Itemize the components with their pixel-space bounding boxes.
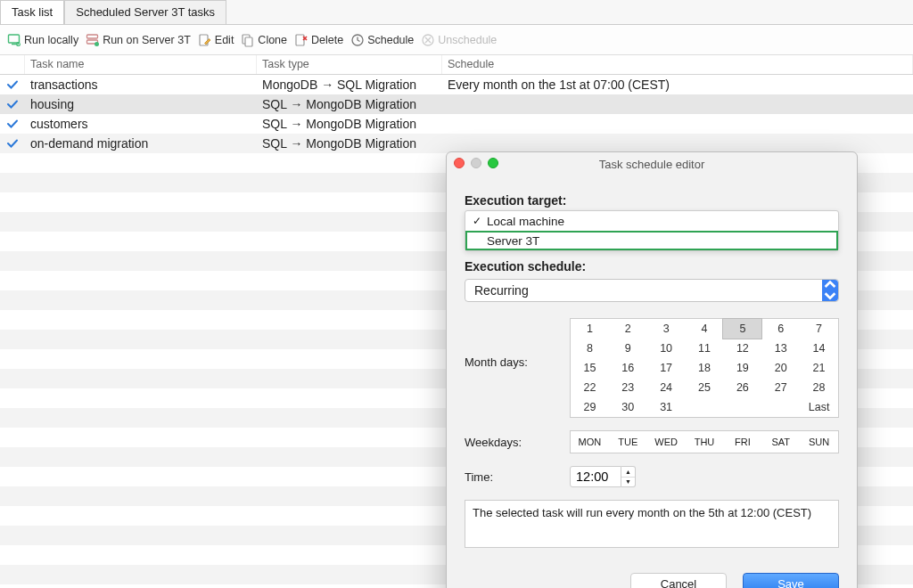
execution-target-label: Execution target: [465, 193, 839, 208]
weekday-cell[interactable]: FRI [723, 431, 761, 453]
time-stepper[interactable]: ▲ ▼ [621, 466, 636, 487]
col-type[interactable]: Task type [257, 55, 442, 74]
clone-button[interactable]: Clone [241, 33, 287, 47]
clock-icon [350, 33, 365, 47]
svg-rect-9 [296, 35, 304, 45]
svg-point-5 [95, 42, 99, 46]
schedule-type-select[interactable]: Recurring [465, 279, 839, 302]
month-day-empty [723, 397, 761, 417]
month-day-cell[interactable]: 8 [571, 339, 609, 358]
tab-task-list[interactable]: Task list [0, 0, 64, 24]
month-day-cell[interactable]: 15 [571, 358, 609, 378]
month-day-cell[interactable]: 4 [686, 319, 724, 339]
clone-icon [241, 33, 255, 47]
select-arrows-icon [822, 280, 838, 301]
month-day-cell[interactable]: 11 [686, 339, 724, 358]
stepper-up-icon[interactable]: ▲ [621, 467, 635, 478]
svg-rect-8 [245, 37, 252, 46]
cancel-button[interactable]: Cancel [630, 573, 727, 588]
run-locally-label: Run locally [24, 34, 78, 46]
month-day-cell[interactable]: 28 [800, 378, 838, 397]
svg-rect-0 [9, 35, 20, 43]
month-day-cell[interactable]: 12 [723, 339, 761, 358]
save-button[interactable]: Save [743, 573, 839, 588]
month-day-cell[interactable]: Last [800, 397, 838, 417]
weekday-cell[interactable]: TUE [609, 431, 647, 453]
time-input[interactable] [570, 466, 621, 487]
table-row[interactable]: transactionsMongoDB → SQL MigrationEvery… [0, 75, 913, 94]
month-day-cell[interactable]: 10 [647, 339, 686, 358]
window-controls [454, 158, 498, 168]
month-day-cell[interactable]: 27 [761, 378, 800, 397]
month-day-cell[interactable]: 1 [571, 319, 609, 339]
month-day-cell[interactable]: 18 [686, 358, 724, 378]
schedule-summary: The selected task will run every month o… [465, 500, 839, 548]
month-day-empty [761, 397, 800, 417]
month-day-cell[interactable]: 19 [723, 358, 761, 378]
task-type: MongoDB → SQL Migration [257, 78, 442, 92]
month-day-cell[interactable]: 24 [647, 378, 686, 397]
target-option[interactable]: Server 3T [465, 231, 838, 250]
month-day-cell[interactable]: 22 [571, 378, 609, 397]
month-day-cell[interactable]: 30 [609, 397, 647, 417]
month-days-grid: 1234567891011121314151617181920212223242… [570, 318, 839, 418]
table-header: Task name Task type Schedule [0, 55, 913, 75]
table-row[interactable]: customersSQL → MongoDB Migration [0, 114, 913, 134]
edit-label: Edit [215, 34, 234, 46]
month-day-empty [686, 397, 724, 417]
month-day-cell[interactable]: 31 [647, 397, 686, 417]
weekdays-label: Weekdays: [465, 436, 570, 449]
month-days-label: Month days: [465, 318, 570, 369]
zoom-window-icon[interactable] [488, 158, 498, 168]
table-row[interactable]: on-demand migrationSQL → MongoDB Migrati… [0, 134, 913, 153]
edit-button[interactable]: Edit [198, 33, 234, 47]
tabbar: Task list Scheduled Server 3T tasks [0, 0, 913, 25]
schedule-label: Schedule [367, 34, 414, 46]
dialog-titlebar[interactable]: Task schedule editor [447, 152, 857, 176]
month-day-cell[interactable]: 21 [800, 358, 838, 378]
close-window-icon[interactable] [454, 158, 465, 168]
month-day-cell[interactable]: 2 [609, 319, 647, 339]
month-day-cell[interactable]: 13 [761, 339, 800, 358]
col-name[interactable]: Task name [25, 55, 257, 74]
month-day-cell[interactable]: 16 [609, 358, 647, 378]
status-check-icon [0, 78, 25, 91]
weekdays-grid: MONTUEWEDTHUFRISATSUN [570, 430, 839, 453]
target-option[interactable]: Local machine [465, 211, 838, 231]
run-on-server-label: Run on Server 3T [103, 34, 191, 46]
delete-button[interactable]: Delete [294, 33, 343, 47]
run-locally-button[interactable]: Run locally [7, 33, 78, 47]
edit-icon [198, 33, 212, 47]
month-day-cell[interactable]: 5 [723, 319, 761, 339]
month-day-cell[interactable]: 29 [571, 397, 609, 417]
stepper-down-icon[interactable]: ▼ [621, 478, 635, 487]
task-schedule: Every month on the 1st at 07:00 (CEST) [442, 78, 913, 92]
month-day-cell[interactable]: 25 [686, 378, 724, 397]
month-day-cell[interactable]: 14 [800, 339, 838, 358]
month-day-cell[interactable]: 23 [609, 378, 647, 397]
status-check-icon [0, 98, 25, 110]
weekday-cell[interactable]: SUN [800, 431, 838, 453]
month-day-cell[interactable]: 20 [761, 358, 800, 378]
weekday-cell[interactable]: WED [647, 431, 686, 453]
tab-scheduled-tasks[interactable]: Scheduled Server 3T tasks [64, 0, 226, 24]
weekday-cell[interactable]: SAT [761, 431, 800, 453]
month-day-cell[interactable]: 17 [647, 358, 686, 378]
col-schedule[interactable]: Schedule [442, 55, 913, 74]
toolbar: Run locally Run on Server 3T Edit Clone … [0, 25, 913, 55]
run-on-server-button[interactable]: Run on Server 3T [86, 33, 191, 47]
weekday-cell[interactable]: MON [571, 431, 609, 453]
delete-icon [294, 33, 308, 47]
weekday-cell[interactable]: THU [686, 431, 724, 453]
task-name: housing [25, 97, 257, 111]
delete-label: Delete [311, 34, 343, 46]
month-day-cell[interactable]: 3 [647, 319, 686, 339]
status-check-icon [0, 118, 25, 130]
month-day-cell[interactable]: 26 [723, 378, 761, 397]
execution-schedule-label: Execution schedule: [465, 259, 839, 274]
schedule-button[interactable]: Schedule [350, 33, 414, 47]
month-day-cell[interactable]: 7 [800, 319, 838, 339]
month-day-cell[interactable]: 9 [609, 339, 647, 358]
table-row[interactable]: housingSQL → MongoDB Migration [0, 94, 913, 114]
month-day-cell[interactable]: 6 [761, 319, 800, 339]
